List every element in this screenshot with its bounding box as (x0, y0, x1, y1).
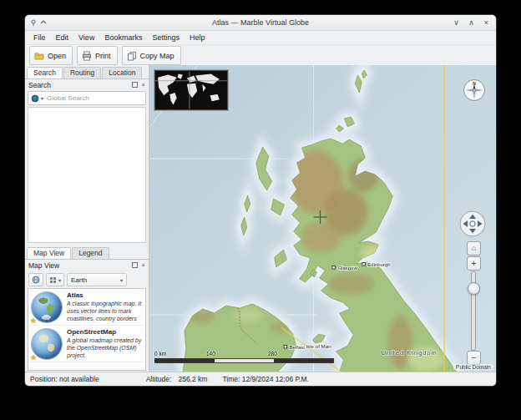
mapview-dock-title: Map View (28, 261, 129, 270)
scale-bar-segments (154, 358, 334, 363)
copy-map-button-label: Copy Map (140, 52, 175, 60)
menu-view[interactable]: View (73, 32, 99, 44)
theme-name: OpenStreetMap (67, 328, 143, 337)
keep-above-icon[interactable] (40, 19, 47, 26)
open-folder-icon (34, 51, 44, 60)
theme-name: Atlas (67, 291, 143, 300)
zoom-in-button[interactable]: + (467, 256, 481, 271)
pin-icon[interactable] (30, 19, 37, 26)
atlas-globe-thumbnail: ★ (31, 291, 63, 323)
close-button[interactable]: × (482, 18, 491, 28)
celestial-body-select[interactable]: Earth ▾ (67, 273, 127, 286)
scale-label: 140 (206, 351, 215, 357)
projection-button[interactable]: ▾ (46, 273, 64, 286)
open-button-label: Open (48, 52, 66, 60)
edinburgh-label: Edinburgh (367, 262, 390, 267)
tab-location[interactable]: Location (102, 67, 142, 78)
statusbar: Position: not available Altitude: 256.2 … (25, 372, 496, 386)
float-panel-icon[interactable] (132, 262, 138, 268)
zoom-out-button[interactable]: − (467, 351, 481, 365)
search-scope-dropdown-icon[interactable]: ▾ (41, 95, 43, 101)
favorite-star-icon[interactable]: ★ (30, 354, 37, 362)
map-scale-bar: 0 km 140 280 (154, 351, 335, 365)
tab-search[interactable]: Search (27, 67, 63, 78)
grid-icon (49, 276, 57, 284)
isle-of-man-label: Isle of Man (306, 343, 331, 349)
print-button[interactable]: Print (77, 46, 118, 65)
theme-description: A classic topographic map. It uses vecto… (67, 301, 143, 323)
minimize-button[interactable]: ∨ (452, 18, 461, 28)
theme-item-openstreetmap[interactable]: ★ OpenStreetMap A global roadmap created… (28, 326, 145, 362)
sidebar: Search Routing Location Search × ▾ (25, 65, 149, 372)
globe-icon (32, 276, 40, 284)
belfast-label: Belfast (290, 345, 306, 350)
celestial-body-button[interactable] (28, 273, 43, 286)
open-button[interactable]: Open (29, 46, 73, 65)
map-theme-list: ★ Atlas A classic topographic map. It us… (28, 288, 146, 371)
map-attribution: Public Domain (453, 364, 493, 370)
menubar: File Edit View Bookmarks Settings Help (25, 31, 496, 45)
osm-globe-thumbnail: ★ (31, 328, 63, 360)
search-results-list[interactable] (28, 107, 146, 243)
menu-settings[interactable]: Settings (147, 32, 185, 44)
united-kingdom-label: United Kingdom (382, 349, 438, 357)
maximize-button[interactable]: ∧ (467, 18, 476, 28)
mapview-controls: ▾ Earth ▾ (25, 271, 149, 288)
status-altitude-label: Altitude: (146, 375, 172, 383)
sidebar-top-tabs: Search Routing Location (25, 65, 149, 79)
menu-help[interactable]: Help (185, 32, 210, 44)
status-altitude-value: 256.2 km (178, 375, 207, 383)
close-panel-icon[interactable]: × (141, 82, 145, 89)
tab-routing[interactable]: Routing (63, 67, 101, 78)
theme-item-atlas[interactable]: ★ Atlas A classic topographic map. It us… (28, 289, 145, 326)
scale-label: 280 (268, 351, 277, 357)
status-position: Position: not available (30, 375, 99, 383)
printer-icon (82, 51, 92, 61)
scale-label: 0 km (154, 351, 166, 357)
overview-world-map[interactable] (154, 70, 228, 110)
mapview-dock-header: Map View × (25, 260, 149, 271)
search-dock-header: Search × (25, 79, 149, 90)
map-viewport[interactable]: Glasgow Edinburgh Belfast Isle of Man Un… (149, 65, 496, 372)
copy-icon (127, 51, 137, 61)
menu-file[interactable]: File (28, 32, 51, 44)
close-panel-icon[interactable]: × (141, 262, 145, 269)
theme-description: A global roadmap created by the OpenStre… (67, 337, 143, 359)
chevron-down-icon: ▾ (120, 277, 123, 283)
titlebar[interactable]: Atlas — Marble Virtual Globe ∨ ∧ × (25, 15, 496, 31)
global-search-input[interactable] (45, 94, 143, 103)
celestial-body-value: Earth (71, 276, 87, 284)
marble-window: Atlas — Marble Virtual Globe ∨ ∧ × File … (25, 15, 496, 386)
pan-navigation-pad[interactable] (458, 210, 487, 238)
window-title: Atlas — Marble Virtual Globe (25, 18, 496, 27)
tab-legend[interactable]: Legend (72, 247, 109, 259)
home-button[interactable]: ⌂ (467, 241, 481, 256)
search-dock-title: Search (28, 81, 129, 89)
status-time: Time: 12/9/2024 12:06 P.M. (222, 375, 308, 383)
global-search-box: ▾ (28, 91, 146, 105)
search-globe-icon[interactable] (31, 94, 39, 103)
favorite-star-icon[interactable]: ★ (30, 317, 37, 325)
tab-map-view[interactable]: Map View (27, 247, 71, 259)
desktop-background: Atlas — Marble Virtual Globe ∨ ∧ × File … (0, 0, 521, 420)
glasgow-label: Glasgow (337, 266, 357, 271)
float-panel-icon[interactable] (132, 82, 138, 88)
print-button-label: Print (95, 52, 111, 60)
toolbar: Open Print Copy Map (25, 45, 496, 67)
map-canvas[interactable]: Glasgow Edinburgh Belfast Isle of Man Un… (149, 65, 496, 372)
zoom-slider-handle[interactable] (468, 282, 480, 295)
menu-bookmarks[interactable]: Bookmarks (99, 32, 147, 44)
menu-edit[interactable]: Edit (51, 32, 74, 44)
copy-map-button[interactable]: Copy Map (122, 46, 181, 65)
sidebar-bottom-tabs: Map View Legend (25, 245, 149, 260)
compass-rose[interactable]: N (463, 78, 486, 102)
chevron-down-icon: ▾ (58, 277, 61, 283)
compass-north-label: N (473, 81, 476, 86)
